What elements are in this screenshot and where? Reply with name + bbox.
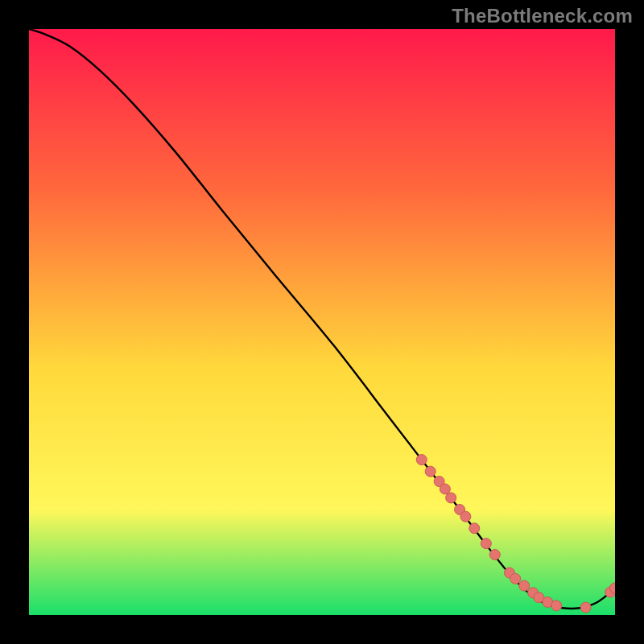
data-marker (425, 466, 436, 477)
plot-area (29, 29, 615, 615)
gradient-background (29, 29, 615, 615)
data-marker (460, 511, 471, 522)
chart-stage: TheBottleneck.com (0, 0, 644, 644)
data-marker (551, 601, 562, 611)
data-marker (416, 455, 427, 465)
data-marker (481, 539, 491, 549)
data-marker (519, 580, 530, 591)
plot-svg (29, 29, 615, 615)
data-marker (446, 493, 456, 503)
watermark-text: TheBottleneck.com (452, 5, 633, 27)
data-marker (580, 602, 591, 613)
data-marker (469, 523, 480, 534)
data-marker (510, 573, 521, 584)
data-marker (489, 550, 500, 560)
